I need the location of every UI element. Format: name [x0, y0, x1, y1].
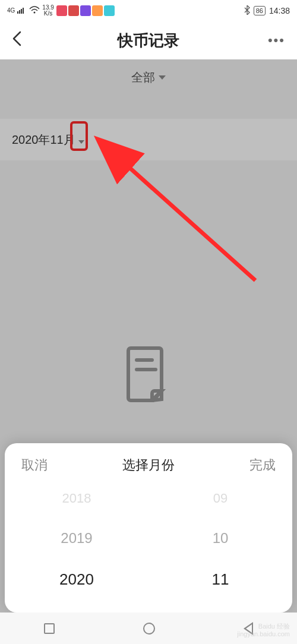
picker-month-option[interactable]: 09 [213, 491, 228, 506]
clock: 14:38 [269, 6, 290, 15]
back-button[interactable] [12, 31, 30, 50]
picker-month-option[interactable]: 10 [213, 530, 229, 547]
done-button[interactable]: 完成 [249, 456, 276, 474]
signal-icon [17, 6, 27, 15]
svg-rect-2 [21, 9, 22, 14]
recent-apps-button[interactable] [44, 623, 55, 634]
picker-body: 2018 2019 2020 09 10 11 [5, 485, 292, 607]
picker-year-selected[interactable]: 2020 [59, 570, 94, 589]
notification-icons [56, 5, 115, 16]
month-column[interactable]: 09 10 11 [148, 491, 292, 589]
svg-point-4 [34, 11, 36, 13]
app-icon [104, 5, 115, 16]
battery-indicator: 86 [254, 6, 266, 15]
app-icon [80, 5, 91, 16]
cancel-button[interactable]: 取消 [21, 456, 48, 474]
app-icon [92, 5, 103, 16]
home-button[interactable] [143, 623, 155, 634]
picker-header: 取消 选择月份 完成 [5, 443, 292, 485]
app-icon [56, 5, 67, 16]
svg-rect-1 [19, 10, 20, 14]
app-icon [68, 5, 79, 16]
network-speed: 13.9 K/s [42, 5, 53, 17]
svg-rect-3 [23, 8, 24, 14]
page-title: 快币记录 [118, 30, 179, 51]
status-right: 86 14:38 [244, 5, 290, 17]
wifi-icon [29, 6, 40, 16]
picker-year-option[interactable]: 2019 [61, 530, 92, 547]
status-left: 4G 13.9 K/s [7, 5, 115, 17]
svg-rect-0 [17, 11, 18, 14]
bluetooth-icon [244, 5, 250, 17]
network-type: 4G [7, 8, 15, 14]
year-column[interactable]: 2018 2019 2020 [5, 491, 148, 589]
picker-year-option[interactable]: 2018 [62, 491, 91, 506]
month-picker: 取消 选择月份 完成 2018 2019 2020 09 10 11 [5, 443, 292, 613]
picker-month-selected[interactable]: 11 [212, 570, 229, 589]
more-button[interactable]: ••• [267, 33, 285, 48]
picker-title: 选择月份 [122, 456, 175, 474]
app-header: 快币记录 ••• [0, 21, 297, 59]
watermark: Baidu 经验 jingyan.baidu.com [237, 623, 290, 638]
status-bar: 4G 13.9 K/s 86 14:38 [0, 0, 297, 21]
